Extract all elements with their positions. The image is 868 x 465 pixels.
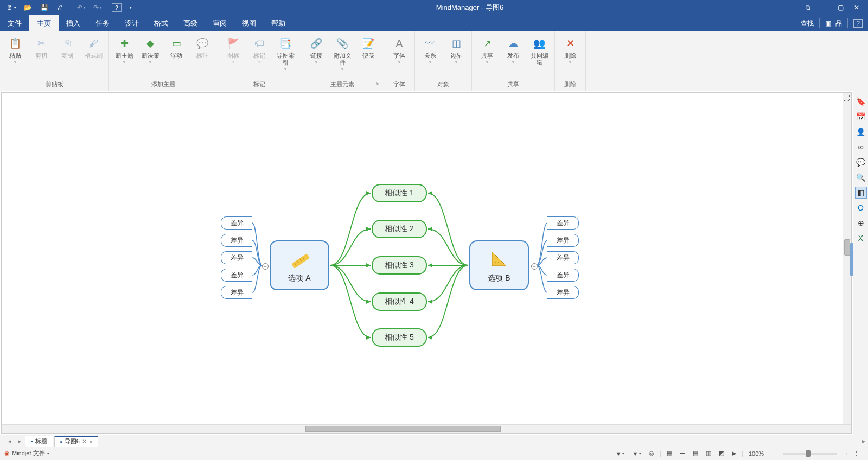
- menu-tab-设计[interactable]: 设计: [117, 15, 146, 31]
- zoom-slider[interactable]: [783, 453, 837, 455]
- tab-scroll-right-icon[interactable]: ▸: [15, 437, 24, 445]
- zoom-fit-icon[interactable]: ⛶: [853, 450, 864, 457]
- status-view-tag-icon[interactable]: ◩: [717, 450, 726, 457]
- status-view-outline-icon[interactable]: ☰: [678, 450, 687, 457]
- side-parts-icon[interactable]: ◧: [855, 187, 867, 199]
- ribbon-新主题[interactable]: ✚新主题▾: [112, 34, 136, 67]
- zoom-out-icon[interactable]: −: [769, 450, 777, 457]
- document-tab-0[interactable]: ▪标题: [25, 436, 53, 447]
- node-similarity-4[interactable]: 相似性 4: [372, 292, 427, 311]
- status-view-gantt-icon[interactable]: ▤: [691, 450, 700, 457]
- status-file-dd-icon[interactable]: ▾: [47, 451, 49, 456]
- qat-redo-icon[interactable]: ↷▾: [91, 2, 105, 14]
- menu-tab-审阅[interactable]: 审阅: [205, 15, 234, 31]
- qat-save-icon[interactable]: 💾: [37, 2, 51, 14]
- status-target-icon[interactable]: ◎: [647, 450, 656, 457]
- horizontal-scroll-thumb[interactable]: [305, 426, 501, 432]
- search-label[interactable]: 查找: [801, 19, 814, 28]
- help-icon[interactable]: ?: [853, 19, 863, 28]
- side-user-icon[interactable]: 👤: [855, 126, 867, 138]
- node-diff-right-2[interactable]: 差异: [547, 234, 579, 247]
- collapse-ribbon-icon[interactable]: ▣: [825, 20, 831, 27]
- horizontal-scrollbar[interactable]: [2, 424, 851, 433]
- close-icon[interactable]: ✕: [851, 2, 863, 14]
- restore-down-icon[interactable]: ⧉: [802, 2, 814, 14]
- status-view-schedule-icon[interactable]: ▥: [704, 450, 713, 457]
- node-option-b[interactable]: 选项 B: [469, 240, 529, 290]
- status-file-label[interactable]: Mindjet 文件: [12, 449, 45, 457]
- ribbon-便笺[interactable]: 📝便笺: [356, 34, 380, 61]
- node-similarity-2[interactable]: 相似性 2: [372, 220, 427, 238]
- maximize-icon[interactable]: ▢: [834, 2, 846, 14]
- node-diff-left-5[interactable]: 差异: [221, 286, 252, 299]
- tab-scroll-left-icon[interactable]: ◂: [5, 437, 14, 445]
- menu-tab-帮助[interactable]: 帮助: [264, 15, 293, 31]
- ribbon-浮动[interactable]: ▭浮动: [164, 34, 188, 61]
- ribbon-新决策[interactable]: ◆新决策▾: [138, 34, 162, 67]
- qat-new-icon[interactable]: 🗎▾: [4, 2, 18, 14]
- node-diff-right-5[interactable]: 差异: [547, 286, 579, 299]
- ribbon-链接[interactable]: 🔗链接▾: [304, 34, 328, 67]
- node-diff-right-4[interactable]: 差异: [547, 269, 579, 282]
- tab-pin-icon[interactable]: ⤫: [82, 438, 87, 445]
- dialog-launcher-icon[interactable]: ↘: [375, 80, 379, 86]
- side-markers-icon[interactable]: 🔖: [855, 95, 867, 107]
- ribbon-导图索引[interactable]: 📑导图索引▾: [273, 34, 297, 74]
- ribbon-关系[interactable]: 〰关系▾: [418, 34, 442, 67]
- status-filter2-icon[interactable]: ▼▾: [630, 450, 643, 457]
- menu-tab-格式[interactable]: 格式: [146, 15, 176, 31]
- qat-more-icon[interactable]: ▾: [124, 2, 138, 14]
- side-browser-icon[interactable]: ⊕: [855, 217, 867, 229]
- status-filter-icon[interactable]: ▼▾: [613, 450, 627, 457]
- menu-tab-插入[interactable]: 插入: [59, 15, 88, 31]
- tab-list-right-icon[interactable]: ▸: [859, 437, 868, 445]
- node-similarity-1[interactable]: 相似性 1: [372, 184, 427, 202]
- side-excel-icon[interactable]: X: [855, 232, 867, 244]
- collapse-right-icon[interactable]: −: [531, 263, 538, 270]
- node-option-a[interactable]: 选项 A: [270, 240, 329, 290]
- side-panel-handle[interactable]: [850, 243, 853, 276]
- sitemap-icon[interactable]: 品: [835, 19, 842, 28]
- node-diff-left-2[interactable]: 差异: [221, 234, 252, 247]
- fit-to-window-icon[interactable]: ⛶: [843, 94, 850, 101]
- menu-tab-任务[interactable]: 任务: [88, 15, 117, 31]
- zoom-slider-thumb[interactable]: [806, 450, 811, 457]
- menu-tab-主页[interactable]: 主页: [29, 15, 59, 31]
- node-similarity-5[interactable]: 相似性 5: [372, 328, 427, 347]
- node-diff-left-3[interactable]: 差异: [221, 251, 252, 264]
- qat-undo-icon[interactable]: ↶▾: [74, 2, 88, 14]
- ribbon-发布[interactable]: ☁发布▾: [501, 34, 525, 67]
- qat-open-icon[interactable]: 📂: [21, 2, 35, 14]
- ribbon-边界[interactable]: ◫边界▾: [444, 34, 468, 67]
- status-view-present-icon[interactable]: ▶: [730, 450, 738, 457]
- side-calendar-icon[interactable]: 📅: [855, 111, 867, 123]
- node-diff-left-4[interactable]: 差异: [221, 269, 252, 282]
- node-similarity-3[interactable]: 相似性 3: [372, 256, 427, 275]
- side-outlook-icon[interactable]: O: [855, 202, 867, 214]
- side-search-icon[interactable]: 🔍: [855, 171, 867, 183]
- status-view-map-icon[interactable]: ▦: [665, 450, 674, 457]
- zoom-in-icon[interactable]: +: [843, 450, 850, 457]
- qat-print-icon[interactable]: 🖨: [53, 2, 67, 14]
- menu-tab-文件[interactable]: 文件: [0, 15, 29, 31]
- ribbon-共享[interactable]: ↗共享▾: [475, 34, 499, 67]
- node-diff-right-3[interactable]: 差异: [547, 251, 579, 264]
- node-diff-left-1[interactable]: 差异: [221, 216, 252, 230]
- ribbon-共同编辑[interactable]: 👥共同编辑: [527, 34, 551, 68]
- qat-help-icon[interactable]: ?: [112, 3, 122, 12]
- node-diff-right-1[interactable]: 差异: [547, 216, 579, 230]
- ribbon-附加文件[interactable]: 📎附加文件▾: [330, 34, 354, 74]
- zoom-value[interactable]: 100%: [746, 450, 766, 457]
- menu-tab-高级[interactable]: 高级: [176, 15, 205, 31]
- ribbon-删除[interactable]: ✕删除▾: [558, 34, 582, 67]
- canvas[interactable]: 选项 A选项 B相似性 1相似性 2相似性 3相似性 4相似性 5差异差异差异差…: [1, 92, 852, 434]
- document-tab-1[interactable]: ▪导图6 ⤫ ×: [54, 436, 98, 447]
- menu-tab-视图[interactable]: 视图: [234, 15, 264, 31]
- minimize-icon[interactable]: —: [818, 2, 830, 14]
- ribbon-字体[interactable]: A字体▾: [387, 34, 411, 67]
- tab-close-icon[interactable]: ×: [89, 438, 92, 445]
- side-comments-icon[interactable]: 💬: [855, 156, 867, 168]
- collapse-left-icon[interactable]: −: [262, 263, 269, 270]
- side-related-icon[interactable]: ∞: [855, 141, 867, 153]
- ribbon-粘贴[interactable]: 📋粘贴▾: [3, 34, 27, 67]
